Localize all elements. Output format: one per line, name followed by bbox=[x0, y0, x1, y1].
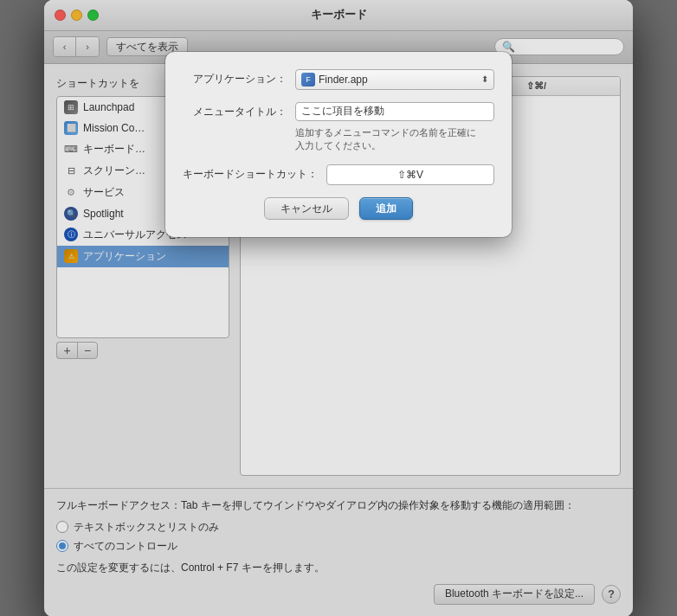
add-button[interactable]: 追加 bbox=[359, 197, 413, 220]
application-row: アプリケーション： F Finder.app ⬍ bbox=[183, 69, 494, 90]
finder-icon: F bbox=[301, 73, 315, 87]
keyboard-shortcut-row: キーボードショートカット： bbox=[183, 164, 494, 185]
application-dropdown[interactable]: F Finder.app ⬍ bbox=[295, 69, 494, 90]
menu-title-hint: 追加するメニューコマンドの名前を正確に入力してください。 bbox=[295, 126, 494, 153]
application-label: アプリケーション： bbox=[183, 69, 287, 87]
keyboard-shortcut-input[interactable] bbox=[326, 164, 494, 185]
cancel-button[interactable]: キャンセル bbox=[264, 197, 349, 220]
add-shortcut-dialog: アプリケーション： F Finder.app ⬍ メニュータイトル： 追加するメ… bbox=[165, 52, 512, 238]
menu-title-row: メニュータイトル： 追加するメニューコマンドの名前を正確に入力してください。 bbox=[183, 102, 494, 153]
menu-title-input[interactable] bbox=[295, 102, 494, 121]
dialog-buttons: キャンセル 追加 bbox=[183, 197, 494, 220]
keyboard-shortcut-label: キーボードショートカット： bbox=[183, 164, 318, 182]
menu-title-label: メニュータイトル： bbox=[183, 102, 287, 119]
dropdown-arrow-icon: ⬍ bbox=[481, 74, 488, 84]
